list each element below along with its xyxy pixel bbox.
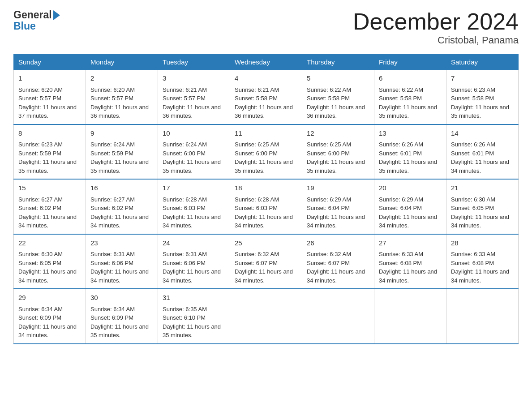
sunrise-text: Sunrise: 6:27 AM (90, 196, 135, 203)
sunset-text: Sunset: 6:08 PM (379, 260, 422, 266)
sunset-text: Sunset: 6:00 PM (307, 150, 350, 157)
sunrise-text: Sunrise: 6:29 AM (379, 196, 423, 203)
logo-triangle-icon (53, 10, 60, 20)
page-title: December 2024 (353, 9, 519, 34)
daylight-text: Daylight: 11 hours and 35 minutes. (90, 158, 149, 174)
daylight-text: Daylight: 11 hours and 34 minutes. (18, 323, 77, 339)
title-block: December 2024 Cristobal, Panama (353, 9, 519, 46)
day-number: 26 (307, 238, 369, 248)
sunrise-text: Sunrise: 6:31 AM (90, 251, 135, 257)
calendar-week-row: 8Sunrise: 6:23 AMSunset: 5:59 PMDaylight… (14, 124, 519, 180)
table-row: 19Sunrise: 6:29 AMSunset: 6:04 PMDayligh… (302, 179, 374, 234)
sunset-text: Sunset: 6:07 PM (235, 260, 278, 266)
table-row (374, 289, 446, 344)
calendar-week-row: 22Sunrise: 6:30 AMSunset: 6:05 PMDayligh… (14, 234, 519, 289)
sunrise-text: Sunrise: 6:32 AM (307, 251, 351, 257)
sunset-text: Sunset: 5:58 PM (307, 95, 350, 102)
table-row: 13Sunrise: 6:26 AMSunset: 6:01 PMDayligh… (374, 124, 446, 180)
day-number: 18 (235, 183, 297, 193)
sunrise-text: Sunrise: 6:25 AM (307, 141, 351, 148)
day-number: 24 (163, 238, 225, 248)
daylight-text: Daylight: 11 hours and 34 minutes. (163, 268, 221, 284)
daylight-text: Daylight: 11 hours and 35 minutes. (90, 323, 149, 339)
sunrise-text: Sunrise: 6:24 AM (90, 141, 135, 148)
logo-blue-text: Blue (13, 20, 36, 32)
sunset-text: Sunset: 6:03 PM (235, 205, 278, 211)
sunset-text: Sunset: 6:10 PM (163, 314, 206, 321)
col-monday: Monday (86, 55, 158, 70)
daylight-text: Daylight: 11 hours and 34 minutes. (307, 214, 365, 229)
sunset-text: Sunset: 6:05 PM (18, 260, 61, 266)
table-row: 2Sunrise: 6:20 AMSunset: 5:57 PMDaylight… (86, 70, 158, 124)
table-row: 17Sunrise: 6:28 AMSunset: 6:03 PMDayligh… (158, 179, 230, 234)
daylight-text: Daylight: 11 hours and 34 minutes. (235, 268, 293, 284)
sunrise-text: Sunrise: 6:34 AM (90, 306, 135, 313)
sunset-text: Sunset: 5:59 PM (18, 150, 61, 157)
day-number: 21 (451, 183, 514, 193)
daylight-text: Daylight: 11 hours and 36 minutes. (163, 104, 221, 120)
table-row: 11Sunrise: 6:25 AMSunset: 6:00 PMDayligh… (230, 124, 302, 180)
sunrise-text: Sunrise: 6:33 AM (451, 251, 495, 257)
sunrise-text: Sunrise: 6:28 AM (235, 196, 279, 203)
table-row (230, 289, 302, 344)
sunset-text: Sunset: 6:09 PM (18, 314, 61, 321)
table-row: 1Sunrise: 6:20 AMSunset: 5:57 PMDaylight… (14, 70, 86, 124)
table-row (302, 289, 374, 344)
daylight-text: Daylight: 11 hours and 37 minutes. (18, 104, 77, 120)
col-wednesday: Wednesday (230, 55, 302, 70)
sunset-text: Sunset: 6:09 PM (90, 314, 133, 321)
sunrise-text: Sunrise: 6:34 AM (18, 306, 63, 313)
daylight-text: Daylight: 11 hours and 34 minutes. (451, 214, 509, 229)
sunrise-text: Sunrise: 6:29 AM (307, 196, 351, 203)
col-thursday: Thursday (302, 55, 374, 70)
sunset-text: Sunset: 5:57 PM (163, 95, 206, 102)
day-number: 13 (379, 128, 442, 139)
table-row: 20Sunrise: 6:29 AMSunset: 6:04 PMDayligh… (374, 179, 446, 234)
daylight-text: Daylight: 11 hours and 35 minutes. (163, 323, 221, 339)
col-saturday: Saturday (446, 55, 519, 70)
day-number: 25 (235, 238, 297, 248)
sunset-text: Sunset: 6:01 PM (451, 150, 494, 157)
daylight-text: Daylight: 11 hours and 35 minutes. (379, 104, 437, 120)
sunrise-text: Sunrise: 6:33 AM (379, 251, 423, 257)
daylight-text: Daylight: 11 hours and 35 minutes. (235, 158, 293, 174)
day-number: 27 (379, 238, 442, 248)
daylight-text: Daylight: 11 hours and 34 minutes. (235, 214, 293, 229)
sunset-text: Sunset: 6:04 PM (379, 205, 422, 211)
table-row: 30Sunrise: 6:34 AMSunset: 6:09 PMDayligh… (86, 289, 158, 344)
day-number: 19 (307, 183, 369, 193)
day-number: 31 (163, 293, 225, 303)
table-row: 15Sunrise: 6:27 AMSunset: 6:02 PMDayligh… (14, 179, 86, 234)
table-row: 4Sunrise: 6:21 AMSunset: 5:58 PMDaylight… (230, 70, 302, 124)
sunrise-text: Sunrise: 6:30 AM (451, 196, 495, 203)
table-row: 24Sunrise: 6:31 AMSunset: 6:06 PMDayligh… (158, 234, 230, 289)
sunset-text: Sunset: 6:05 PM (451, 205, 494, 211)
table-row (446, 289, 519, 344)
daylight-text: Daylight: 11 hours and 35 minutes. (451, 104, 509, 120)
col-sunday: Sunday (14, 55, 86, 70)
day-number: 5 (307, 73, 369, 84)
day-number: 16 (90, 183, 153, 193)
table-row: 22Sunrise: 6:30 AMSunset: 6:05 PMDayligh… (14, 234, 86, 289)
sunset-text: Sunset: 6:03 PM (163, 205, 206, 211)
day-number: 3 (163, 73, 225, 84)
sunrise-text: Sunrise: 6:21 AM (235, 86, 279, 93)
sunrise-text: Sunrise: 6:20 AM (18, 86, 63, 93)
day-number: 23 (90, 238, 153, 248)
daylight-text: Daylight: 11 hours and 35 minutes. (18, 158, 77, 174)
sunrise-text: Sunrise: 6:28 AM (163, 196, 207, 203)
sunset-text: Sunset: 6:08 PM (451, 260, 494, 266)
sunrise-text: Sunrise: 6:26 AM (379, 141, 423, 148)
day-number: 12 (307, 128, 369, 139)
calendar-week-row: 1Sunrise: 6:20 AMSunset: 5:57 PMDaylight… (14, 70, 519, 124)
table-row: 23Sunrise: 6:31 AMSunset: 6:06 PMDayligh… (86, 234, 158, 289)
day-number: 8 (18, 128, 81, 139)
daylight-text: Daylight: 11 hours and 34 minutes. (18, 214, 77, 229)
day-number: 17 (163, 183, 225, 193)
day-number: 2 (90, 73, 153, 84)
daylight-text: Daylight: 11 hours and 34 minutes. (18, 268, 77, 284)
table-row: 18Sunrise: 6:28 AMSunset: 6:03 PMDayligh… (230, 179, 302, 234)
sunset-text: Sunset: 6:06 PM (163, 260, 206, 266)
sunrise-text: Sunrise: 6:24 AM (163, 141, 207, 148)
table-row: 12Sunrise: 6:25 AMSunset: 6:00 PMDayligh… (302, 124, 374, 180)
